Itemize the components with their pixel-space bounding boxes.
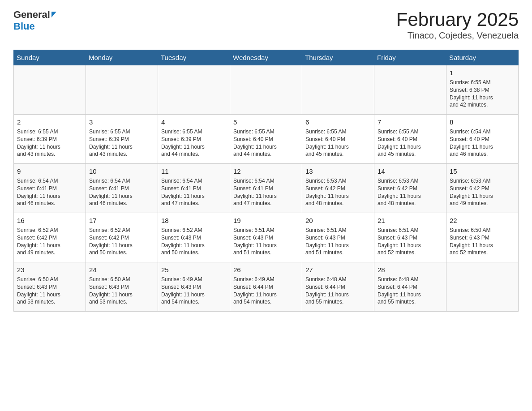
calendar-week-5: 23Sunrise: 6:50 AM Sunset: 6:43 PM Dayli… — [14, 262, 519, 312]
day-info: Sunrise: 6:54 AM Sunset: 6:41 PM Dayligh… — [233, 177, 299, 207]
calendar-cell — [302, 65, 374, 115]
day-info: Sunrise: 6:54 AM Sunset: 6:41 PM Dayligh… — [161, 177, 227, 207]
day-number: 27 — [305, 265, 371, 274]
day-number: 21 — [378, 216, 443, 225]
day-info: Sunrise: 6:49 AM Sunset: 6:44 PM Dayligh… — [233, 276, 299, 306]
calendar-week-1: 1Sunrise: 6:55 AM Sunset: 6:38 PM Daylig… — [14, 65, 519, 115]
day-info: Sunrise: 6:50 AM Sunset: 6:43 PM Dayligh… — [450, 227, 515, 257]
day-number: 26 — [233, 265, 299, 274]
day-number: 14 — [378, 167, 443, 176]
day-number: 22 — [450, 216, 515, 225]
calendar-cell: 7Sunrise: 6:55 AM Sunset: 6:40 PM Daylig… — [374, 115, 446, 164]
day-number: 15 — [450, 167, 515, 176]
day-info: Sunrise: 6:52 AM Sunset: 6:43 PM Dayligh… — [161, 227, 227, 257]
day-number: 9 — [17, 167, 82, 176]
day-number: 19 — [233, 216, 299, 225]
day-info: Sunrise: 6:51 AM Sunset: 6:43 PM Dayligh… — [378, 227, 443, 257]
day-number: 11 — [161, 167, 227, 176]
day-info: Sunrise: 6:55 AM Sunset: 6:39 PM Dayligh… — [161, 128, 227, 158]
calendar-cell: 3Sunrise: 6:55 AM Sunset: 6:39 PM Daylig… — [86, 115, 158, 164]
day-info: Sunrise: 6:53 AM Sunset: 6:42 PM Dayligh… — [305, 177, 371, 207]
day-info: Sunrise: 6:50 AM Sunset: 6:43 PM Dayligh… — [17, 276, 82, 306]
day-number: 10 — [89, 167, 154, 176]
calendar-cell — [446, 262, 519, 312]
calendar-cell: 28Sunrise: 6:48 AM Sunset: 6:44 PM Dayli… — [374, 262, 446, 312]
day-info: Sunrise: 6:55 AM Sunset: 6:40 PM Dayligh… — [233, 128, 299, 158]
day-number: 2 — [17, 117, 82, 127]
day-info: Sunrise: 6:55 AM Sunset: 6:40 PM Dayligh… — [378, 128, 443, 158]
day-info: Sunrise: 6:55 AM Sunset: 6:38 PM Dayligh… — [450, 79, 515, 109]
calendar-cell: 8Sunrise: 6:54 AM Sunset: 6:40 PM Daylig… — [446, 115, 519, 164]
logo-blue-text: Blue — [13, 21, 35, 32]
day-number: 20 — [305, 216, 371, 225]
calendar-cell: 9Sunrise: 6:54 AM Sunset: 6:41 PM Daylig… — [14, 164, 86, 213]
calendar-cell: 14Sunrise: 6:53 AM Sunset: 6:42 PM Dayli… — [374, 164, 446, 213]
weekday-header-friday: Friday — [374, 50, 446, 65]
calendar-table: SundayMondayTuesdayWednesdayThursdayFrid… — [13, 50, 519, 312]
day-info: Sunrise: 6:53 AM Sunset: 6:42 PM Dayligh… — [450, 177, 515, 207]
day-number: 7 — [378, 117, 443, 127]
weekday-header-row: SundayMondayTuesdayWednesdayThursdayFrid… — [14, 50, 519, 65]
weekday-header-monday: Monday — [86, 50, 158, 65]
calendar-cell: 23Sunrise: 6:50 AM Sunset: 6:43 PM Dayli… — [14, 262, 86, 312]
calendar-cell — [86, 65, 158, 115]
day-number: 16 — [17, 216, 82, 225]
day-number: 5 — [233, 117, 299, 127]
weekday-header-thursday: Thursday — [302, 50, 374, 65]
calendar-cell: 2Sunrise: 6:55 AM Sunset: 6:39 PM Daylig… — [14, 115, 86, 164]
calendar-cell — [158, 65, 230, 115]
page-header: General Blue February 2025 Tinaco, Cojed… — [13, 9, 519, 41]
day-info: Sunrise: 6:48 AM Sunset: 6:44 PM Dayligh… — [378, 276, 443, 306]
day-info: Sunrise: 6:55 AM Sunset: 6:39 PM Dayligh… — [17, 128, 82, 158]
day-info: Sunrise: 6:51 AM Sunset: 6:43 PM Dayligh… — [305, 227, 371, 257]
day-number: 18 — [161, 216, 227, 225]
day-info: Sunrise: 6:50 AM Sunset: 6:43 PM Dayligh… — [89, 276, 154, 306]
calendar-week-3: 9Sunrise: 6:54 AM Sunset: 6:41 PM Daylig… — [14, 164, 519, 213]
calendar-cell: 17Sunrise: 6:52 AM Sunset: 6:42 PM Dayli… — [86, 213, 158, 262]
calendar-cell: 16Sunrise: 6:52 AM Sunset: 6:42 PM Dayli… — [14, 213, 86, 262]
day-info: Sunrise: 6:52 AM Sunset: 6:42 PM Dayligh… — [17, 227, 82, 257]
weekday-header-saturday: Saturday — [446, 50, 519, 65]
location-title: Tinaco, Cojedes, Venezuela — [396, 30, 519, 41]
calendar-cell: 6Sunrise: 6:55 AM Sunset: 6:40 PM Daylig… — [302, 115, 374, 164]
weekday-header-sunday: Sunday — [14, 50, 86, 65]
day-number: 8 — [450, 117, 515, 127]
calendar-cell: 13Sunrise: 6:53 AM Sunset: 6:42 PM Dayli… — [302, 164, 374, 213]
title-area: February 2025 Tinaco, Cojedes, Venezuela — [396, 9, 519, 41]
day-info: Sunrise: 6:49 AM Sunset: 6:43 PM Dayligh… — [161, 276, 227, 306]
weekday-header-wednesday: Wednesday — [230, 50, 302, 65]
calendar-cell: 26Sunrise: 6:49 AM Sunset: 6:44 PM Dayli… — [230, 262, 302, 312]
calendar-cell: 12Sunrise: 6:54 AM Sunset: 6:41 PM Dayli… — [230, 164, 302, 213]
day-number: 24 — [89, 265, 154, 274]
day-info: Sunrise: 6:51 AM Sunset: 6:43 PM Dayligh… — [233, 227, 299, 257]
calendar-week-4: 16Sunrise: 6:52 AM Sunset: 6:42 PM Dayli… — [14, 213, 519, 262]
calendar-cell: 15Sunrise: 6:53 AM Sunset: 6:42 PM Dayli… — [446, 164, 519, 213]
calendar-cell — [14, 65, 86, 115]
month-title: February 2025 — [396, 9, 519, 30]
calendar-cell: 19Sunrise: 6:51 AM Sunset: 6:43 PM Dayli… — [230, 213, 302, 262]
day-info: Sunrise: 6:48 AM Sunset: 6:44 PM Dayligh… — [305, 276, 371, 306]
day-number: 6 — [305, 117, 371, 127]
day-number: 25 — [161, 265, 227, 274]
calendar-cell: 21Sunrise: 6:51 AM Sunset: 6:43 PM Dayli… — [374, 213, 446, 262]
calendar-week-2: 2Sunrise: 6:55 AM Sunset: 6:39 PM Daylig… — [14, 115, 519, 164]
calendar-cell: 20Sunrise: 6:51 AM Sunset: 6:43 PM Dayli… — [302, 213, 374, 262]
calendar-cell: 5Sunrise: 6:55 AM Sunset: 6:40 PM Daylig… — [230, 115, 302, 164]
day-info: Sunrise: 6:52 AM Sunset: 6:42 PM Dayligh… — [89, 227, 154, 257]
day-info: Sunrise: 6:54 AM Sunset: 6:41 PM Dayligh… — [89, 177, 154, 207]
calendar-cell: 11Sunrise: 6:54 AM Sunset: 6:41 PM Dayli… — [158, 164, 230, 213]
day-info: Sunrise: 6:55 AM Sunset: 6:40 PM Dayligh… — [305, 128, 371, 158]
day-number: 28 — [378, 265, 443, 274]
day-number: 4 — [161, 117, 227, 127]
day-number: 12 — [233, 167, 299, 176]
day-number: 1 — [450, 68, 515, 77]
calendar-cell: 18Sunrise: 6:52 AM Sunset: 6:43 PM Dayli… — [158, 213, 230, 262]
day-info: Sunrise: 6:54 AM Sunset: 6:40 PM Dayligh… — [450, 128, 515, 158]
calendar-cell: 1Sunrise: 6:55 AM Sunset: 6:38 PM Daylig… — [446, 65, 519, 115]
calendar-cell: 10Sunrise: 6:54 AM Sunset: 6:41 PM Dayli… — [86, 164, 158, 213]
day-number: 3 — [89, 117, 154, 127]
calendar-cell — [230, 65, 302, 115]
logo-triangle-icon — [51, 12, 56, 17]
calendar-cell: 27Sunrise: 6:48 AM Sunset: 6:44 PM Dayli… — [302, 262, 374, 312]
day-number: 23 — [17, 265, 82, 274]
